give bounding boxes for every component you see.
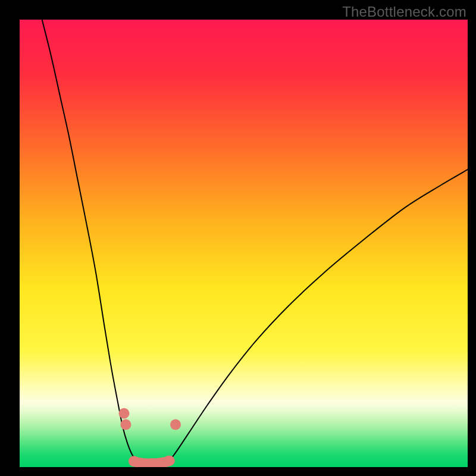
chart-plot-area [20, 20, 468, 467]
chart-frame: TheBottleneck.com [0, 0, 476, 476]
series-right-curve [167, 170, 468, 464]
marker-markers-1 [120, 419, 131, 430]
marker-markers-7 [170, 419, 181, 430]
marker-markers-0 [118, 408, 129, 419]
series-valley-band [134, 461, 170, 464]
chart-curves [20, 20, 468, 467]
watermark-text: TheBottleneck.com [342, 4, 466, 20]
series-left-curve [42, 20, 141, 464]
